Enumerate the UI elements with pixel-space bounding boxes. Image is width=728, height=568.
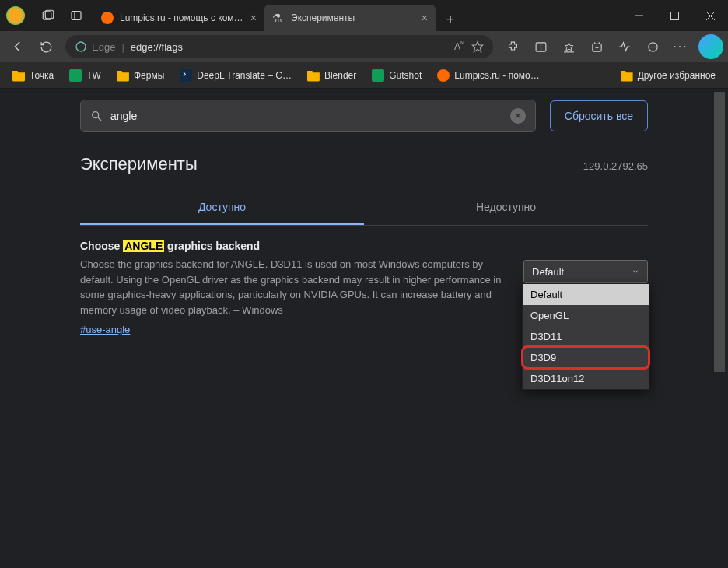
vertical-scrollbar[interactable]: [714, 92, 725, 563]
browser-toolbar: Edge | edge://flags Aᴺ ···: [0, 31, 728, 62]
close-window-button[interactable]: [692, 0, 728, 31]
page-content: ✕ Сбросить все Эксперименты 129.0.2792.6…: [0, 89, 728, 568]
more-button[interactable]: ···: [667, 34, 694, 59]
flag-row: Choose ANGLE graphics backend Choose the…: [80, 226, 648, 350]
favicon-icon: [101, 12, 114, 24]
minimize-button[interactable]: [621, 0, 656, 31]
other-bookmarks[interactable]: Другое избранное: [614, 66, 722, 85]
bookmark-item[interactable]: Точка: [6, 66, 60, 85]
folder-icon: [117, 69, 129, 82]
tab-label: Lumpics.ru - помощь с компьют: [120, 12, 244, 23]
address-bar[interactable]: Edge | edge://flags Aᴺ: [65, 35, 493, 58]
bookmark-item[interactable]: Lumpics.ru - помо…: [431, 66, 545, 85]
sheets-icon: [372, 69, 384, 82]
profile-avatar[interactable]: [6, 6, 25, 25]
window-controls: [621, 0, 728, 31]
select-option[interactable]: D3D11on12: [523, 368, 649, 389]
close-icon[interactable]: ×: [422, 12, 428, 24]
folder-icon: [12, 69, 25, 82]
search-icon: [90, 110, 103, 122]
version-label: 129.0.2792.65: [583, 160, 648, 172]
favorite-icon[interactable]: [471, 40, 484, 53]
flag-select-dropdown: Default OpenGL D3D11 D3D9 D3D11on12: [522, 283, 649, 390]
flags-search-box[interactable]: ✕: [80, 100, 536, 132]
title-bar: Lumpics.ru - помощь с компьют × Эксперим…: [0, 0, 728, 31]
flag-anchor-link[interactable]: #use-angle: [80, 324, 130, 335]
tab-available[interactable]: Доступно: [80, 191, 364, 225]
svg-marker-9: [472, 41, 482, 51]
reset-all-button[interactable]: Сбросить все: [550, 100, 648, 131]
bookmark-item[interactable]: Gutshot: [366, 66, 428, 85]
tab-unavailable[interactable]: Недоступно: [364, 191, 648, 225]
split-screen-button[interactable]: [527, 34, 554, 59]
svg-rect-2: [72, 12, 81, 20]
tab-strip: Lumpics.ru - помощь с компьют × Эксперим…: [93, 0, 462, 31]
deepl-icon: [180, 69, 192, 82]
bookmark-item[interactable]: Фермы: [110, 66, 170, 85]
text-size-icon[interactable]: Aᴺ: [454, 40, 464, 53]
favorites-button[interactable]: [555, 34, 582, 59]
page-title: Эксперименты: [80, 154, 198, 174]
clear-search-button[interactable]: ✕: [510, 108, 526, 124]
performance-button[interactable]: [611, 34, 638, 59]
search-highlight: ANGLE: [123, 240, 164, 252]
tab-label: Эксперименты: [291, 12, 415, 23]
address-path: edge://flags: [131, 41, 183, 53]
ie-mode-button[interactable]: [639, 34, 666, 59]
svg-point-8: [76, 42, 86, 51]
bookmark-item[interactable]: DeepL Translate – C…: [173, 66, 298, 85]
extensions-button[interactable]: [499, 34, 526, 59]
workspaces-icon[interactable]: [40, 8, 56, 23]
maximize-button[interactable]: [656, 0, 692, 31]
bookmark-item[interactable]: TW: [63, 66, 107, 85]
flags-tabs: Доступно Недоступно: [80, 191, 648, 226]
svg-point-20: [93, 112, 99, 118]
back-button[interactable]: [5, 34, 31, 59]
tab-actions-icon[interactable]: [68, 8, 84, 23]
tab-lumpics[interactable]: Lumpics.ru - помощь с компьют ×: [93, 5, 264, 31]
copilot-button[interactable]: [698, 34, 723, 59]
edge-icon: [75, 40, 87, 53]
select-option[interactable]: D3D11: [523, 326, 649, 347]
select-option[interactable]: D3D9: [523, 347, 649, 368]
site-icon: [437, 69, 450, 82]
sheets-icon: [69, 69, 82, 82]
collections-button[interactable]: [583, 34, 610, 59]
scrollbar-thumb[interactable]: [714, 92, 725, 372]
select-option[interactable]: Default: [523, 284, 649, 305]
address-protocol: Edge: [92, 41, 115, 53]
svg-line-21: [98, 117, 101, 121]
bookmark-item[interactable]: Blender: [301, 66, 362, 85]
flask-icon: [272, 12, 285, 24]
select-option[interactable]: OpenGL: [523, 305, 649, 326]
folder-icon: [621, 69, 633, 82]
flags-search-input[interactable]: [110, 110, 510, 122]
chevron-down-icon: [632, 268, 639, 275]
flag-select[interactable]: Default: [523, 260, 648, 283]
svg-rect-5: [670, 12, 678, 19]
flag-description: Choose the graphics backend for ANGLE. D…: [80, 257, 511, 317]
tab-experiments[interactable]: Эксперименты ×: [264, 5, 436, 31]
flag-title: Choose ANGLE graphics backend: [80, 240, 511, 252]
new-tab-button[interactable]: +: [439, 8, 462, 31]
refresh-button[interactable]: [33, 34, 59, 59]
svg-marker-12: [565, 43, 573, 51]
close-icon[interactable]: ×: [250, 12, 257, 24]
folder-icon: [307, 69, 320, 82]
bookmarks-bar: Точка TW Фермы DeepL Translate – C… Blen…: [0, 62, 728, 89]
